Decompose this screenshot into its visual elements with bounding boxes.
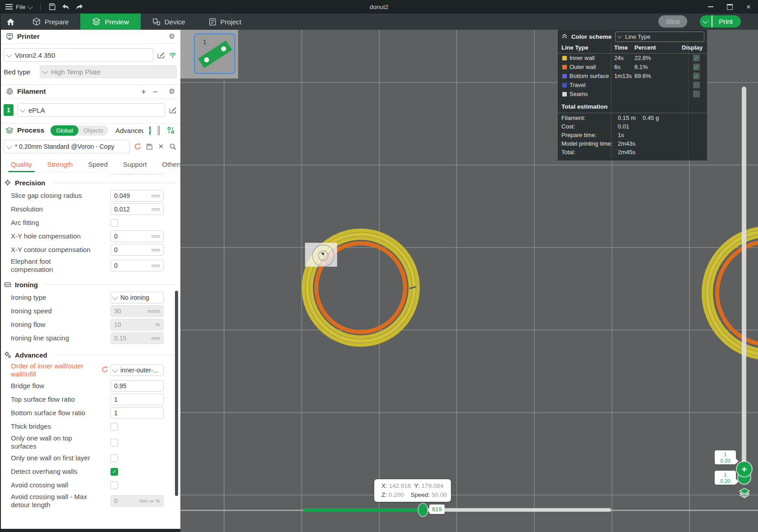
input-ironing-speed[interactable]: 30mm/s (110, 305, 164, 317)
input-bridge-flow[interactable]: 0.95 (110, 380, 164, 392)
advanced-toggle[interactable] (149, 126, 151, 135)
col-line-type: Line Type (561, 44, 588, 51)
input-x-y-contour-compensation[interactable]: 0mm (110, 244, 164, 256)
reset-modified-icon[interactable] (101, 366, 108, 374)
home-button[interactable] (0, 14, 21, 30)
legend-display-checkbox[interactable]: ✓ (693, 55, 700, 61)
minimize-button[interactable] (701, 0, 720, 14)
add-filament-button[interactable]: + (140, 87, 148, 96)
param-settings-icon[interactable] (167, 126, 175, 134)
collapse-panel-icon[interactable] (561, 33, 568, 40)
printer-select[interactable]: Voron2.4 350 (4, 48, 153, 62)
titlebar-divider (40, 3, 41, 10)
input-elephant-foot-compensation[interactable]: 0mm (110, 260, 164, 271)
param-list-icon[interactable] (158, 126, 160, 135)
filament-settings-gear-icon[interactable]: ⚙ (169, 88, 175, 95)
prepare-cube-icon (32, 18, 41, 26)
color-scheme-select[interactable]: Line Type (615, 32, 704, 42)
maximize-button[interactable] (720, 0, 739, 14)
x-value: 142.916 (389, 482, 411, 489)
filament-edit-icon[interactable] (169, 106, 177, 114)
tab-support[interactable]: Support (120, 161, 150, 172)
process-profile-select[interactable]: * 0.20mm Standard @Voron - Copy (4, 140, 130, 153)
tab-project[interactable]: Project (197, 14, 253, 30)
checkbox-avoid-crossing-wall[interactable] (110, 482, 118, 489)
layer-slider-add-handle[interactable]: + (737, 462, 752, 477)
setting-control: 30mm/s (94, 305, 180, 317)
select-ironing-type[interactable]: No ironing (110, 292, 164, 303)
input-value: 0 (114, 262, 152, 269)
tab-prepare[interactable]: Prepare (21, 14, 80, 30)
legend-display-checkbox[interactable]: ✓ (693, 64, 700, 70)
printer-edit-icon[interactable] (157, 51, 165, 59)
profile-save-icon[interactable] (145, 142, 153, 151)
color-scheme-panel: Color scheme Line Type Line Type Time Pe… (558, 30, 707, 161)
input-resolution[interactable]: 0.012mm (110, 203, 164, 215)
plate-thumbnail[interactable]: 1 (194, 33, 235, 74)
input-slice-gap-closing-radius[interactable]: 0.049mm (110, 190, 164, 202)
printer-settings-gear-icon[interactable]: ⚙ (169, 33, 175, 40)
remove-filament-button[interactable]: − (152, 87, 160, 96)
bed-type-select[interactable]: High Temp Plate (40, 65, 177, 78)
setting-label: Avoid crossing wall - Max detour length (11, 492, 94, 510)
tab-strength[interactable]: Strength (45, 161, 76, 172)
tab-speed[interactable]: Speed (85, 161, 110, 172)
checkbox-thick-bridges[interactable] (110, 423, 118, 431)
preview-3d-viewport[interactable]: 1 Color scheme Line Type Line Type Time … (180, 30, 758, 532)
input-avoid-crossing-wall-max-detour-length[interactable]: 0mm or % (110, 495, 164, 507)
redo-icon[interactable] (75, 3, 84, 11)
total-label: Total: (561, 149, 575, 156)
tab-preview[interactable]: Preview (80, 14, 140, 30)
setting-control: 0mm or % (94, 495, 180, 507)
legend-display-checkbox[interactable]: ✓ (693, 73, 700, 79)
section-title: Advanced (15, 351, 47, 359)
setting-label: Bridge flow (11, 381, 94, 391)
setting-control: 0.012mm (94, 203, 180, 215)
save-icon[interactable] (48, 3, 57, 11)
checkbox-detect-overhang-walls[interactable]: ✓ (110, 468, 118, 476)
input-ironing-flow[interactable]: 10% (110, 319, 164, 330)
close-button[interactable]: ✕ (739, 0, 758, 14)
print-options-caret-icon[interactable] (700, 15, 712, 28)
profile-reset-icon[interactable] (133, 142, 142, 151)
select-order-of-inner-wall-outer-wall-infill[interactable]: inner-outer-... (110, 364, 164, 376)
section-title: Ironing (15, 281, 38, 289)
checkbox-only-one-wall-on-top-surfaces[interactable] (110, 439, 118, 446)
input-value: 0 (114, 497, 139, 504)
section-divider (51, 183, 177, 183)
total-value: 2m45s (618, 149, 635, 156)
layer-slider-track[interactable] (742, 87, 746, 470)
move-slider-handle[interactable] (418, 504, 427, 516)
setting-control: No ironing (94, 292, 180, 303)
legend-display-checkbox[interactable] (693, 91, 700, 97)
project-icon (209, 18, 216, 26)
input-value: 0.049 (114, 192, 152, 199)
tab-device[interactable]: Device (141, 14, 197, 30)
profile-delete-icon[interactable]: ✕ (157, 142, 165, 151)
profile-search-icon[interactable] (169, 142, 177, 151)
input-top-surface-flow-ratio[interactable]: 1 (110, 394, 164, 405)
total-label: Filament: (561, 115, 585, 121)
wifi-icon[interactable] (169, 51, 177, 59)
filament-select[interactable]: ePLA (17, 103, 165, 117)
tab-others[interactable]: Others (159, 161, 180, 172)
print-button-label: Print (712, 18, 741, 25)
file-menu[interactable]: File (5, 3, 33, 11)
scope-global-button[interactable]: Global (51, 125, 78, 136)
plate-list-strip: 1 (180, 30, 238, 78)
input-x-y-hole-compensation[interactable]: 0mm (110, 230, 164, 242)
setting-label: Only one wall on top surfaces (11, 433, 94, 451)
print-button[interactable]: Print (700, 15, 741, 28)
input-ironing-line-spacing[interactable]: 0.15mm (110, 332, 164, 344)
scope-objects-button[interactable]: Objects (78, 127, 108, 134)
legend-display-checkbox[interactable] (693, 82, 700, 88)
settings-scrollbar[interactable] (175, 291, 178, 496)
undo-icon[interactable] (61, 3, 70, 11)
input-bottom-surface-flow-ratio[interactable]: 1 (110, 407, 164, 419)
checkbox-only-one-wall-on-first-layer[interactable] (110, 454, 118, 462)
slice-button[interactable]: Slice (658, 15, 687, 28)
layers-icon[interactable] (739, 487, 750, 499)
setting-label: Avoid crossing wall (11, 480, 94, 490)
tab-quality[interactable]: Quality (8, 161, 35, 172)
checkbox-arc-fitting[interactable] (110, 219, 118, 227)
